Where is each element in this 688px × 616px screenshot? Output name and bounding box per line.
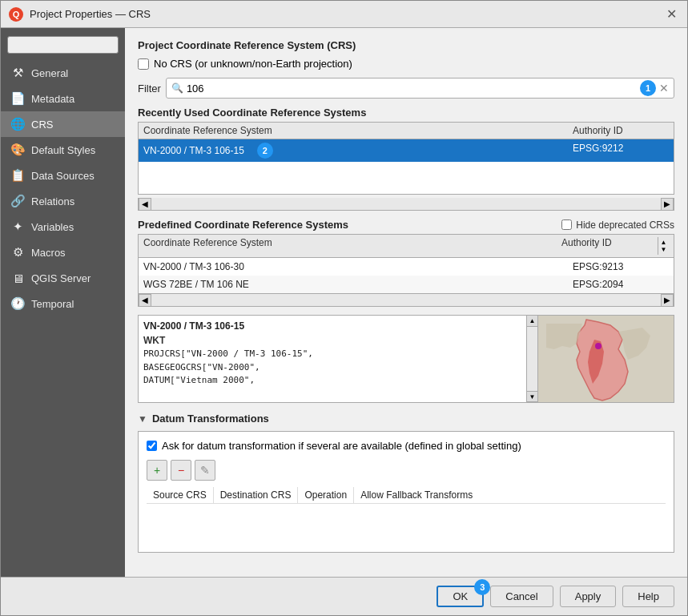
sidebar-item-data-sources[interactable]: 📋Data Sources: [1, 163, 125, 188]
sidebar-item-default-styles[interactable]: 🎨Default Styles: [1, 137, 125, 163]
variables-icon: ✦: [10, 219, 25, 234]
window-title: Project Properties — CRS: [30, 8, 151, 20]
datum-edit-btn[interactable]: ✎: [195, 460, 215, 481]
datum-checkbox-label: Ask for datum transformation if several …: [162, 440, 521, 452]
sidebar-item-relations[interactable]: 🔗Relations: [1, 188, 125, 214]
recently-used-row-name: VN-2000 / TM-3 106-152: [143, 143, 573, 159]
recently-used-row-auth: EPSG:9212: [573, 143, 669, 159]
scroll-right-btn[interactable]: ▶: [661, 198, 674, 211]
hide-deprecated-checkbox[interactable]: [561, 219, 572, 230]
datum-add-btn[interactable]: +: [147, 460, 167, 481]
sidebar-item-crs[interactable]: 🌐CRS: [1, 111, 125, 137]
wkt-line: PROJCRS["VN-2000 / TM-3 106-15",: [143, 348, 521, 361]
scroll-left-btn[interactable]: ◀: [139, 198, 151, 211]
predefined-table: Coordinate Reference System Authority ID…: [138, 234, 674, 294]
pred-scroll-left-btn[interactable]: ◀: [139, 294, 151, 307]
svg-point-1: [595, 343, 601, 349]
sidebar-item-temporal[interactable]: 🕐Temporal: [1, 291, 125, 316]
pred-row-name: WGS 72BE / TM 106 NE: [143, 279, 573, 290]
sidebar-item-label: CRS: [31, 119, 53, 131]
sidebar: ⚒General📄Metadata🌐CRS🎨Default Styles📋Dat…: [1, 28, 125, 577]
sidebar-item-metadata[interactable]: 📄Metadata: [1, 86, 125, 111]
filter-row: Filter 🔍 1 ✕: [138, 78, 674, 99]
recently-used-header: Coordinate Reference System Authority ID: [139, 123, 674, 139]
predefined-row[interactable]: VN-2000 / TM-3 106-30EPSG:9213: [139, 258, 674, 276]
sidebar-item-label: Default Styles: [31, 144, 95, 156]
sidebar-item-macros[interactable]: ⚙Macros: [1, 240, 125, 265]
datum-checkbox[interactable]: [147, 441, 157, 451]
col-auth-header: Authority ID: [573, 125, 669, 136]
wkt-scroll-down[interactable]: ▼: [527, 391, 537, 402]
hide-deprecated-row: Hide deprecated CRSs: [561, 219, 674, 231]
help-button[interactable]: Help: [622, 586, 674, 607]
predefined-header: Coordinate Reference System Authority ID…: [139, 235, 674, 258]
datum-header: ▼ Datum Transformations: [138, 413, 674, 425]
datum-col-header[interactable]: Source CRS: [147, 487, 214, 503]
main-window: Q Project Properties — CRS ✕ ⚒General📄Me…: [0, 0, 688, 616]
col-name-header: Coordinate Reference System: [143, 125, 573, 136]
titlebar-left: Q Project Properties — CRS: [9, 7, 151, 22]
no-crs-label: No CRS (or unknown/non-Earth projection): [154, 58, 352, 70]
recently-used-empty: [139, 162, 674, 194]
wkt-scrollbar: ▲ ▼: [526, 316, 537, 402]
datum-title: Datum Transformations: [152, 413, 269, 425]
close-button[interactable]: ✕: [663, 6, 679, 22]
predefined-title: Predefined Coordinate Reference Systems: [138, 219, 348, 231]
wkt-map: [537, 316, 674, 402]
default-styles-icon: 🎨: [10, 143, 25, 157]
relations-icon: 🔗: [10, 194, 25, 208]
sidebar-item-label: Data Sources: [31, 170, 95, 182]
temporal-icon: 🕐: [10, 296, 25, 311]
sidebar-item-qgis-server[interactable]: 🖥QGIS Server: [1, 265, 125, 291]
no-crs-row: No CRS (or unknown/non-Earth projection): [138, 58, 674, 70]
app-icon: Q: [9, 7, 23, 22]
recently-used-row[interactable]: VN-2000 / TM-3 106-152EPSG:9212: [139, 139, 674, 162]
sidebar-item-label: Variables: [31, 221, 74, 233]
titlebar: Q Project Properties — CRS ✕: [1, 1, 687, 28]
recently-used-scrollbar: ◀ ▶: [138, 198, 674, 211]
filter-badge-1: 1: [640, 80, 656, 96]
pred-row-auth: EPSG:2094: [573, 279, 669, 290]
row-badge-2: 2: [257, 143, 273, 159]
sidebar-search-input[interactable]: [7, 36, 119, 54]
sidebar-item-label: General: [31, 67, 68, 79]
datum-remove-btn[interactable]: −: [171, 460, 191, 481]
datum-toggle[interactable]: ▼: [138, 413, 147, 425]
ok-button[interactable]: OK 3: [437, 586, 484, 607]
datum-table-body: [147, 504, 666, 544]
cancel-button[interactable]: Cancel: [490, 586, 553, 607]
datum-body: Ask for datum transformation if several …: [138, 431, 674, 553]
datum-col-header[interactable]: Operation: [298, 487, 354, 503]
data-sources-icon: 📋: [10, 168, 25, 183]
no-crs-checkbox[interactable]: [138, 58, 149, 70]
sidebar-item-label: Temporal: [31, 298, 74, 310]
filter-input-wrapper: 🔍 1 ✕: [166, 78, 674, 99]
wkt-section: VN-2000 / TM-3 106-15 WKT PROJCRS["VN-20…: [138, 315, 674, 403]
filter-label: Filter: [138, 83, 161, 95]
predefined-row[interactable]: WGS 72BE / TM 106 NEEPSG:2094: [139, 276, 674, 293]
sidebar-item-label: QGIS Server: [31, 272, 91, 284]
hide-deprecated-label: Hide deprecated CRSs: [576, 219, 674, 231]
filter-input[interactable]: [187, 83, 637, 95]
footer-badge-3: 3: [474, 579, 490, 595]
pred-scroll-down[interactable]: ▼: [661, 246, 667, 253]
qgis-server-icon: 🖥: [10, 271, 25, 285]
sidebar-item-variables[interactable]: ✦Variables: [1, 214, 125, 240]
datum-col-header[interactable]: Destination CRS: [214, 487, 299, 503]
pred-row-name: VN-2000 / TM-3 106-30: [143, 261, 573, 272]
crs-icon: 🌐: [10, 117, 25, 131]
predefined-row: Predefined Coordinate Reference Systems …: [138, 219, 674, 231]
apply-button[interactable]: Apply: [560, 586, 617, 607]
pred-scroll-right-btn[interactable]: ▶: [661, 294, 674, 307]
datum-section: ▼ Datum Transformations Ask for datum tr…: [138, 413, 674, 553]
sidebar-item-general[interactable]: ⚒General: [1, 60, 125, 86]
sidebar-item-label: Relations: [31, 195, 74, 207]
filter-clear-icon[interactable]: ✕: [659, 82, 669, 95]
datum-col-header[interactable]: Allow Fallback Transforms: [354, 487, 479, 503]
predefined-scrollbar: ◀ ▶: [138, 294, 674, 307]
pred-scroll-up[interactable]: ▲: [661, 239, 667, 246]
wkt-label: WKT: [143, 335, 521, 346]
wkt-scroll-up[interactable]: ▲: [527, 316, 537, 327]
wkt-code: PROJCRS["VN-2000 / TM-3 106-15", BASEGEO…: [143, 348, 521, 388]
map-svg: [538, 316, 674, 402]
